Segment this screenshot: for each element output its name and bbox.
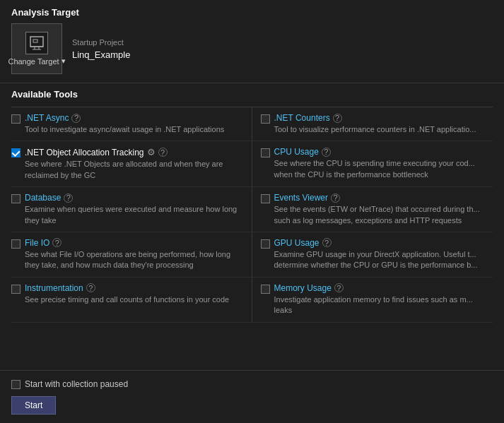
startup-project-name: Linq_Example	[72, 49, 130, 60]
tool-item-memory-usage: Memory Usage ? Investigate application m…	[252, 278, 493, 323]
tool-name-file-io: File IO	[25, 238, 49, 248]
collection-paused-row: Start with collection paused	[11, 379, 493, 389]
help-icon-gpu-usage[interactable]: ?	[322, 238, 332, 247]
change-target-button[interactable]: Change Target ▾	[11, 23, 62, 74]
tool-item-net-counters: .NET Counters ? Tool to visualize perfor…	[252, 107, 493, 141]
tool-item-file-io: File IO ? See what File I/O operations a…	[11, 232, 252, 278]
tool-name-net-object-allocation: .NET Object Allocation Tracking	[25, 148, 144, 157]
help-icon-file-io[interactable]: ?	[52, 238, 61, 247]
help-icon-events-viewer[interactable]: ?	[331, 193, 340, 203]
tool-checkbox-net-counters[interactable]	[261, 114, 270, 124]
tool-desc-net-async: Tool to investigate async/await usage in…	[25, 124, 240, 135]
svg-rect-0	[30, 37, 43, 47]
help-icon-memory-usage[interactable]: ?	[334, 283, 344, 292]
help-icon-instrumentation[interactable]: ?	[86, 283, 95, 292]
tool-desc-instrumentation: See precise timing and call counts of fu…	[25, 294, 240, 305]
tool-name-memory-usage: Memory Usage	[274, 283, 332, 293]
available-tools-title: Available Tools	[11, 89, 493, 100]
analysis-target-section: Analysis Target Change Target ▾	[0, 0, 504, 83]
collection-paused-checkbox[interactable]	[11, 380, 20, 389]
start-button[interactable]: Start	[11, 396, 56, 415]
tool-name-database: Database	[25, 193, 61, 203]
tool-desc-memory-usage: Investigate application memory to find i…	[274, 294, 488, 316]
bottom-section: Start with collection paused Start	[0, 370, 504, 423]
tool-desc-gpu-usage: Examine GPU usage in your DirectX applic…	[274, 249, 488, 271]
tool-checkbox-events-viewer[interactable]	[261, 194, 270, 203]
tool-item-database: Database ? Examine when queries were exe…	[11, 187, 252, 232]
main-container: Analysis Target Change Target ▾	[0, 0, 504, 423]
help-icon-net-async[interactable]: ?	[71, 114, 81, 123]
tools-grid: .NET Async ? Tool to investigate async/a…	[11, 107, 493, 323]
svg-rect-1	[33, 40, 37, 42]
tool-checkbox-file-io[interactable]	[11, 239, 20, 249]
tool-checkbox-instrumentation[interactable]	[11, 285, 20, 294]
tool-checkbox-cpu-usage[interactable]	[261, 148, 270, 157]
tool-name-instrumentation: Instrumentation	[25, 283, 83, 293]
tool-checkbox-memory-usage[interactable]	[261, 285, 270, 294]
tool-item-events-viewer: Events Viewer ? See the events (ETW or N…	[252, 187, 493, 232]
tool-name-gpu-usage: GPU Usage	[274, 238, 320, 248]
help-icon-cpu-usage[interactable]: ?	[322, 148, 331, 157]
project-icon	[25, 32, 48, 54]
help-icon-net-counters[interactable]: ?	[333, 114, 342, 123]
collection-paused-label: Start with collection paused	[25, 379, 128, 389]
tool-desc-events-viewer: See the events (ETW or NetTrace) that oc…	[274, 204, 488, 226]
available-tools-section: Available Tools .NET Async ? Tool to inv…	[0, 83, 504, 370]
analysis-target-title: Analysis Target	[11, 7, 493, 18]
tool-checkbox-net-object-allocation[interactable]	[11, 148, 20, 157]
tool-item-cpu-usage: CPU Usage ? See where the CPU is spendin…	[252, 141, 493, 187]
tool-name-net-async: .NET Async	[25, 113, 69, 123]
tool-name-events-viewer: Events Viewer	[274, 193, 328, 203]
tool-desc-file-io: See what File I/O operations are being p…	[25, 249, 240, 271]
tool-name-net-counters: .NET Counters	[274, 113, 330, 123]
tool-item-net-object-allocation: .NET Object Allocation Tracking ⚙ ? See …	[11, 141, 252, 187]
tool-name-cpu-usage: CPU Usage	[274, 147, 319, 157]
target-content: Change Target ▾ Startup Project Linq_Exa…	[11, 23, 493, 74]
startup-info: Startup Project Linq_Example	[72, 38, 130, 60]
help-icon-database[interactable]: ?	[64, 193, 73, 203]
tool-item-net-async: .NET Async ? Tool to investigate async/a…	[11, 107, 252, 141]
help-icon-net-object-allocation[interactable]: ?	[158, 148, 168, 157]
tool-desc-database: Examine when queries were executed and m…	[25, 204, 240, 226]
tool-item-gpu-usage: GPU Usage ? Examine GPU usage in your Di…	[252, 232, 493, 278]
settings-icon-net-object-allocation[interactable]: ⚙	[147, 147, 156, 157]
change-target-label: Change Target ▾	[8, 56, 65, 66]
startup-label: Startup Project	[72, 38, 130, 47]
tool-desc-net-counters: Tool to visualize performance counters i…	[274, 124, 488, 135]
tool-checkbox-database[interactable]	[11, 194, 20, 203]
tool-item-instrumentation: Instrumentation ? See precise timing and…	[11, 278, 252, 323]
tool-checkbox-gpu-usage[interactable]	[261, 239, 270, 249]
tool-desc-net-object-allocation: See where .NET Objects are allocated and…	[25, 159, 240, 181]
tool-checkbox-net-async[interactable]	[11, 114, 20, 124]
tool-desc-cpu-usage: See where the CPU is spending time execu…	[274, 158, 488, 180]
